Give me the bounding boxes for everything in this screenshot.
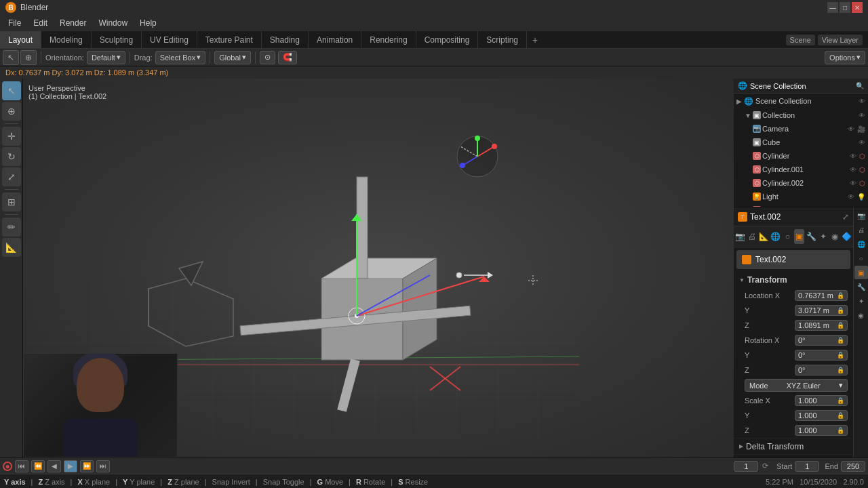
props-object-name-field[interactable]: Text.002 xyxy=(736,250,850,269)
props-icon-output[interactable]: 🖨 xyxy=(747,229,757,244)
menu-render[interactable]: Render xyxy=(54,17,92,29)
viewport[interactable]: User Perspective (1) Collection | Text.0… xyxy=(23,79,734,458)
rotation-z-label: Z xyxy=(745,366,792,374)
tab-scripting[interactable]: Scripting xyxy=(478,31,527,48)
scale-y-value[interactable]: 1.000 🔒 xyxy=(795,410,848,421)
menu-file[interactable]: File xyxy=(3,17,26,29)
statusline: Dx: 0.7637 m Dy: 3.072 m Dz: 1.089 m (3.… xyxy=(0,66,868,79)
props-icon-scene[interactable]: 🌐 xyxy=(770,229,781,244)
tab-shading[interactable]: Shading xyxy=(262,31,309,48)
psb-icon-output[interactable]: 🖨 xyxy=(854,223,868,237)
props-icon-modifier[interactable]: 🔧 xyxy=(806,229,816,244)
props-sidebar-icons: 📷 🖨 🌐 ○ ▣ 🔧 ✦ ◉ xyxy=(853,207,868,458)
tab-animation[interactable]: Animation xyxy=(309,31,361,48)
snap-toggle[interactable]: 🧲 xyxy=(278,51,297,64)
rotation-mode-dropdown[interactable]: Mode XYZ Euler ▾ xyxy=(745,379,848,392)
location-x-label: Location X xyxy=(745,291,792,300)
jump-to-start[interactable]: ⏮ xyxy=(15,460,28,472)
location-x-value[interactable]: 0.76371 m 🔒 xyxy=(795,290,848,301)
scale-x-value[interactable]: 1.000 🔒 xyxy=(795,395,848,406)
location-z-value[interactable]: 1.0891 m 🔒 xyxy=(795,320,848,331)
maximize-button[interactable]: □ xyxy=(840,2,850,13)
props-icon-particles[interactable]: ✦ xyxy=(818,229,828,244)
tab-uv-editing[interactable]: UV Editing xyxy=(142,31,197,48)
start-frame-field[interactable]: 1 xyxy=(795,461,819,472)
location-y-value[interactable]: 3.0717 m 🔒 xyxy=(795,305,848,316)
rotation-y-value[interactable]: 0° 🔒 xyxy=(795,350,848,361)
proportional-edit[interactable]: ⊙ xyxy=(260,51,275,64)
sc-sep-8: | xyxy=(349,478,351,486)
tab-compositing[interactable]: Compositing xyxy=(416,31,479,48)
menu-edit[interactable]: Edit xyxy=(28,17,53,29)
psb-icon-modifier[interactable]: 🔧 xyxy=(854,280,868,293)
options-button[interactable]: Options ▾ xyxy=(825,51,865,64)
scale-z-value[interactable]: 1.000 🔒 xyxy=(795,425,848,436)
playback-record[interactable]: ● xyxy=(3,462,12,471)
props-icon-object[interactable]: ▣ xyxy=(794,229,804,244)
drag-dropdown[interactable]: Select Box ▾ xyxy=(155,51,206,64)
close-button[interactable]: ✕ xyxy=(852,2,863,13)
tool-sep-3 xyxy=(5,214,18,215)
section-delta-transform[interactable]: ▶ Delta Transform xyxy=(734,438,853,454)
props-icon-world[interactable]: ○ xyxy=(783,229,793,244)
menu-window[interactable]: Window xyxy=(93,17,133,29)
props-maximize-icon[interactable]: ⤢ xyxy=(842,212,849,222)
view-layer-selector[interactable]: View Layer xyxy=(818,35,863,45)
outliner-collection[interactable]: ▼ ▣ Collection 👁 xyxy=(734,108,868,122)
prop-rotation-y: Y 0° 🔒 xyxy=(734,348,853,363)
tool-transform[interactable]: ⊞ xyxy=(2,192,21,211)
end-frame-field[interactable]: 250 xyxy=(841,461,865,472)
tool-scale[interactable]: ⤢ xyxy=(2,167,21,186)
props-icon-render[interactable]: 📷 xyxy=(735,229,745,244)
scene-selector[interactable]: Scene xyxy=(786,35,815,45)
minimize-button[interactable]: — xyxy=(827,2,838,13)
toolbar-sep-2 xyxy=(130,52,130,64)
tab-texture-paint[interactable]: Texture Paint xyxy=(197,31,262,48)
jump-to-end[interactable]: ⏭ xyxy=(96,460,110,472)
outliner-filter[interactable]: 🔍 xyxy=(856,82,864,89)
tool-measure[interactable]: 📐 xyxy=(2,238,21,257)
add-workspace-button[interactable]: + xyxy=(527,31,543,48)
jump-forward[interactable]: ⏩ xyxy=(80,460,94,472)
current-frame-field[interactable]: 1 xyxy=(734,461,758,472)
toolbar-tool-select[interactable]: ↖ xyxy=(3,50,19,65)
tool-move[interactable]: ✛ xyxy=(2,127,21,146)
props-icon-view-layer[interactable]: 📐 xyxy=(759,229,769,244)
tool-select[interactable]: ↖ xyxy=(2,81,21,100)
menu-help[interactable]: Help xyxy=(134,17,162,29)
outliner-cylinder002[interactable]: ⬡ Cylinder.002 👁 ⬡ xyxy=(734,176,868,190)
delta-transform-label: Delta Transform xyxy=(746,442,804,451)
tab-rendering[interactable]: Rendering xyxy=(361,31,416,48)
toolbar-tool-cursor[interactable]: ⊕ xyxy=(20,50,37,65)
tab-modeling[interactable]: Modeling xyxy=(41,31,92,48)
tab-sculpting[interactable]: Sculpting xyxy=(92,31,142,48)
psb-icon-object[interactable]: ▣ xyxy=(854,266,868,279)
orientation-dropdown[interactable]: Default ▾ xyxy=(87,51,125,64)
rotation-z-value[interactable]: 0° 🔒 xyxy=(795,365,848,375)
outliner-cube[interactable]: ▣ Cube 👁 xyxy=(734,136,868,149)
psb-icon-world[interactable]: ○ xyxy=(854,251,868,265)
tab-layout[interactable]: Layout xyxy=(0,31,41,48)
section-transform[interactable]: ▼ Transform xyxy=(734,272,853,288)
psb-icon-material[interactable]: ◉ xyxy=(854,308,868,322)
outliner-camera[interactable]: 📷 Camera 👁 🎥 xyxy=(734,122,868,136)
tool-cursor[interactable]: ⊕ xyxy=(2,102,21,121)
rotation-x-value[interactable]: 0° 🔒 xyxy=(795,335,848,346)
psb-icon-data[interactable]: ✦ xyxy=(854,294,868,308)
outliner-cylinder[interactable]: ⬡ Cylinder 👁 ⬡ xyxy=(734,149,868,163)
play-forward[interactable]: ▶ xyxy=(64,460,77,472)
outliner-cylinder001[interactable]: ⬡ Cylinder.001 👁 ⬡ xyxy=(734,163,868,176)
psb-icon-scene[interactable]: 🌐 xyxy=(854,237,868,251)
play-reverse[interactable]: ◀ xyxy=(47,460,61,472)
jump-back[interactable]: ⏪ xyxy=(31,460,45,472)
tool-rotate[interactable]: ↻ xyxy=(2,147,21,166)
psb-icon-render[interactable]: 📷 xyxy=(854,209,868,222)
outliner-light[interactable]: 💡 Light 👁 💡 xyxy=(734,190,868,203)
props-icon-physics[interactable]: ◉ xyxy=(829,229,840,244)
pivot-dropdown[interactable]: Global ▾ xyxy=(214,51,251,64)
props-icon-constraints[interactable]: 🔷 xyxy=(842,229,852,244)
tool-annotate[interactable]: ✏ xyxy=(2,218,21,237)
props-icon-row: 📷 🖨 📐 🌐 ○ ▣ 🔧 ✦ ◉ 🔷 xyxy=(734,226,853,247)
collection-label: (1) Collection | Text.002 xyxy=(28,92,106,100)
sc-move: G Move xyxy=(317,478,344,486)
